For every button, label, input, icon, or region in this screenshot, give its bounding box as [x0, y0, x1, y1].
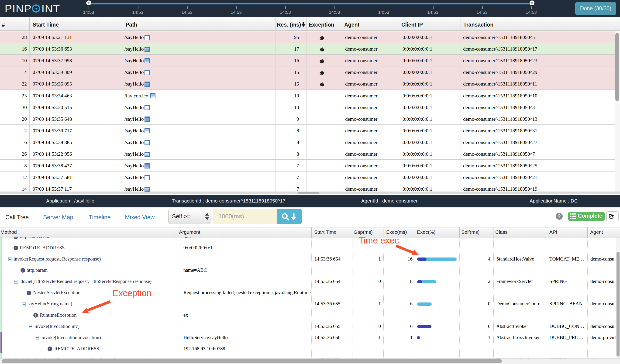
svg-text:i: i	[29, 291, 29, 295]
svg-text:i: i	[16, 238, 16, 239]
svg-text:i: i	[35, 314, 36, 317]
svg-text:i: i	[22, 269, 23, 272]
svg-text:i: i	[16, 246, 16, 250]
svg-text:i: i	[49, 347, 50, 351]
